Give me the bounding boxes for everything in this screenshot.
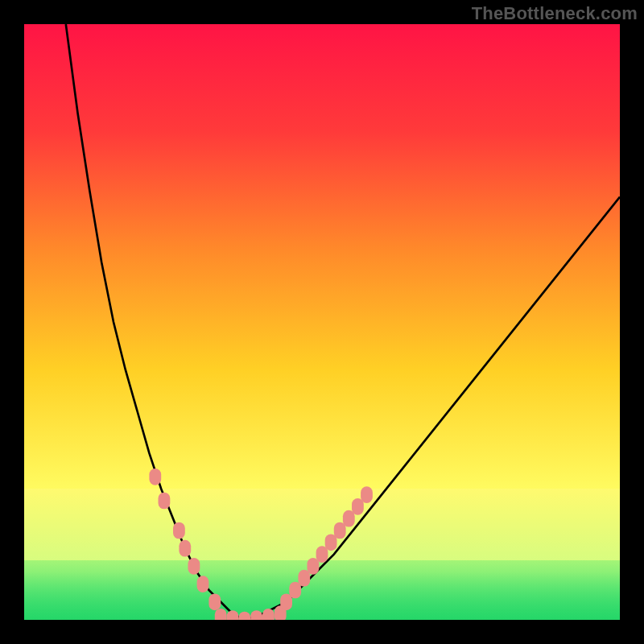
marker-point [173,522,185,539]
curve-layer [24,24,620,620]
marker-point [316,546,328,563]
marker-point [238,612,250,620]
marker-point [343,510,355,527]
marker-cluster-left [149,469,221,610]
marker-point [250,610,262,620]
marker-cluster-right [280,486,373,610]
marker-point [361,486,373,503]
marker-point [262,609,275,620]
marker-point [179,540,191,557]
marker-point [280,593,292,610]
marker-point [215,609,227,620]
marker-point [298,570,310,587]
marker-point [188,558,200,575]
marker-point [227,610,239,620]
marker-point [149,469,161,485]
bottleneck-curve-right [245,197,620,620]
watermark-label: TheBottleneck.com [472,3,638,24]
plot-area [24,24,620,620]
marker-point [289,582,301,599]
marker-point [308,558,320,575]
marker-point [325,534,337,551]
marker-point [334,522,346,539]
chart-stage: TheBottleneck.com [0,0,644,644]
marker-point [159,493,171,510]
marker-point [197,576,209,592]
bottleneck-curve-left [66,24,245,620]
marker-point [352,498,364,515]
marker-point [208,593,221,610]
